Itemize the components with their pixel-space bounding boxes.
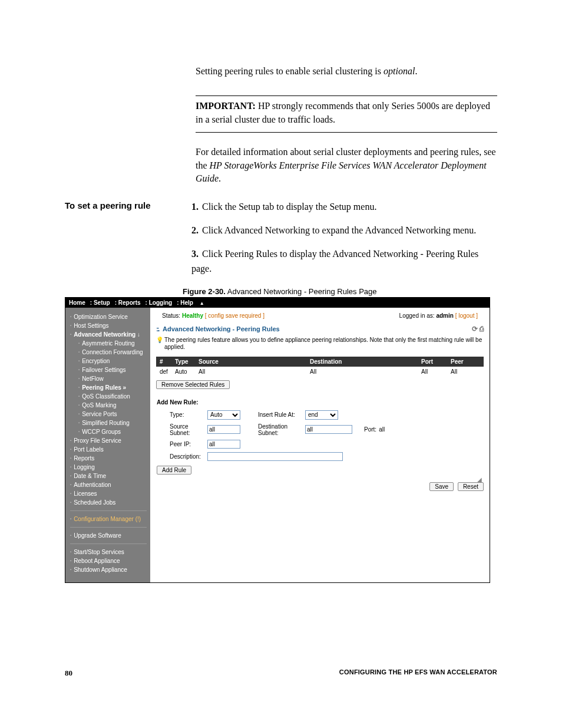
side-simplified-routing[interactable]: Simplified Routing [70, 419, 150, 427]
step-num-1: 1. [191, 199, 202, 215]
side-port-labels[interactable]: Port Labels [70, 445, 150, 454]
screenshot-tabbar: Home: Setup: Reports: Logging: Help ▲ [65, 298, 490, 308]
detail-paragraph: For detailed information about serial cl… [196, 146, 497, 185]
status-save-required[interactable]: [ config save required ] [203, 312, 265, 319]
logout-link[interactable]: [ logout ] [454, 312, 478, 319]
step-num-2: 2. [191, 223, 202, 238]
side-opt-service[interactable]: Optimization Service [70, 312, 150, 321]
page-footer: 80 CONFIGURING THE HP EFS WAN ACCELERATO… [65, 668, 497, 678]
side-wccp[interactable]: WCCP Groups [70, 427, 150, 436]
status-label: Status: [162, 312, 182, 319]
step-3: Click Peering Rules to display the Advan… [191, 249, 478, 274]
side-host-settings[interactable]: Host Settings [70, 321, 150, 330]
side-peering-rules[interactable]: Peering Rules » [70, 383, 150, 392]
section-heading: To set a peering rule [65, 199, 191, 284]
important-note: IMPORTANT: HP strongly recommends that o… [196, 95, 497, 133]
screenshot-sidebar: Optimization Service Host Settings Advan… [65, 308, 150, 582]
rules-table-row[interactable]: def Auto All All All All [156, 367, 484, 377]
figure-caption-bold: Figure 2-30. [183, 287, 226, 296]
label-port: Port: [352, 426, 376, 433]
tab-reports[interactable]: Reports [118, 299, 141, 306]
rules-table-header: # Type Source Destination Port Peer [156, 357, 484, 367]
th-peer: Peer [451, 358, 480, 365]
side-auth[interactable]: Authentication [70, 480, 150, 489]
detail-c: . [219, 173, 221, 183]
tab-help[interactable]: Help [180, 299, 193, 306]
td-type: Auto [175, 368, 199, 375]
screenshot-figure: Home: Setup: Reports: Logging: Help ▲ Op… [65, 297, 490, 583]
select-insert[interactable]: end [305, 410, 338, 420]
refresh-icon[interactable]: ⟳ [472, 325, 478, 333]
intro-text-a: Setting peering rules to enable serial c… [196, 66, 384, 76]
side-reports[interactable]: Reports [70, 454, 150, 463]
input-src-subnet[interactable] [207, 425, 240, 434]
label-peer-ip: Peer IP: [157, 441, 207, 447]
side-conn-forward[interactable]: Connection Forwarding [70, 348, 150, 357]
tab-setup[interactable]: Setup [94, 299, 110, 306]
page-title: Advanced Networking - Peering Rules [163, 325, 280, 332]
side-config-manager[interactable]: Configuration Manager (!) [70, 515, 150, 523]
side-proxy-file[interactable]: Proxy File Service [70, 436, 150, 445]
side-logging[interactable]: Logging [70, 463, 150, 472]
crumb-icon: ::. [156, 325, 158, 332]
th-source: Source [199, 358, 310, 365]
td-peer: All [451, 368, 480, 375]
page-number: 80 [65, 668, 72, 678]
side-startstop[interactable]: Start/Stop Services [70, 548, 150, 556]
td-source: All [199, 368, 310, 375]
hint-text: The peering rules feature allows you to … [156, 337, 484, 351]
select-type[interactable]: Auto [207, 410, 240, 420]
resize-handle-icon[interactable]: ◢ [477, 476, 482, 483]
input-description[interactable] [207, 452, 343, 461]
side-asym-routing[interactable]: Asymmetric Routing [70, 339, 150, 348]
add-rule-button[interactable]: Add Rule [157, 466, 191, 475]
label-type: Type: [157, 411, 207, 418]
tab-arrow-icon: ▲ [200, 301, 204, 306]
side-qos-marking[interactable]: QoS Marking [70, 401, 150, 410]
tab-home[interactable]: Home [69, 299, 85, 306]
figure-caption: Figure 2-30. Advanced Networking - Peeri… [183, 287, 497, 296]
side-sched-jobs[interactable]: Scheduled Jobs [70, 498, 150, 507]
intro-text-c: . [415, 66, 417, 76]
status-user: admin [436, 312, 453, 319]
label-description: Description: [157, 453, 207, 460]
important-label: IMPORTANT: [196, 101, 256, 111]
status-bar: Status: Healthy [ config save required ]… [156, 310, 484, 321]
intro-paragraph: Setting peering rules to enable serial c… [196, 65, 497, 78]
td-port: All [421, 368, 451, 375]
save-button[interactable]: Save [429, 482, 454, 491]
add-rule-title: Add New Rule: [157, 399, 483, 406]
side-qos-class[interactable]: QoS Classification [70, 392, 150, 401]
td-dest: All [310, 368, 421, 375]
side-licenses[interactable]: Licenses [70, 489, 150, 498]
value-port: all [376, 426, 385, 433]
th-dest: Destination [310, 358, 421, 365]
side-date-time[interactable]: Date & Time [70, 472, 150, 480]
detail-b: HP StorageWorks Enterprise File Services… [196, 160, 487, 183]
label-dst-subnet: Destination Subnet: [240, 423, 305, 436]
tab-logging[interactable]: Logging [149, 299, 172, 306]
step-1: Click the Setup tab to display the Setup… [202, 202, 376, 212]
side-encryption[interactable]: Encryption [70, 357, 150, 365]
remove-selected-button[interactable]: Remove Selected Rules [156, 380, 230, 389]
side-service-ports[interactable]: Service Ports [70, 410, 150, 419]
reset-button[interactable]: Reset [458, 482, 484, 491]
label-insert: Insert Rule At: [240, 411, 305, 418]
step-2: Click Advanced Networking to expand the … [202, 225, 476, 235]
step-num-3: 3. [191, 246, 202, 262]
input-peer-ip[interactable] [207, 440, 240, 449]
side-adv-net[interactable]: Advanced Networking ↓ [70, 330, 150, 339]
status-user-label: Logged in as: [399, 312, 437, 319]
input-dst-subnet[interactable] [305, 425, 352, 434]
add-rule-form: Add New Rule: Type: Auto Insert Rule At:… [156, 396, 484, 477]
side-upgrade[interactable]: Upgrade Software [70, 531, 150, 540]
label-src-subnet: Source Subnet: [157, 423, 207, 436]
side-netflow[interactable]: NetFlow [70, 374, 150, 383]
side-reboot[interactable]: Reboot Appliance [70, 556, 150, 565]
th-type: Type [175, 358, 199, 365]
print-icon[interactable]: ⎙ [480, 325, 484, 333]
th-port: Port [421, 358, 451, 365]
steps-list: 1.Click the Setup tab to display the Set… [191, 199, 497, 284]
side-shutdown[interactable]: Shutdown Appliance [70, 565, 150, 574]
side-failover[interactable]: Failover Settings [70, 365, 150, 374]
